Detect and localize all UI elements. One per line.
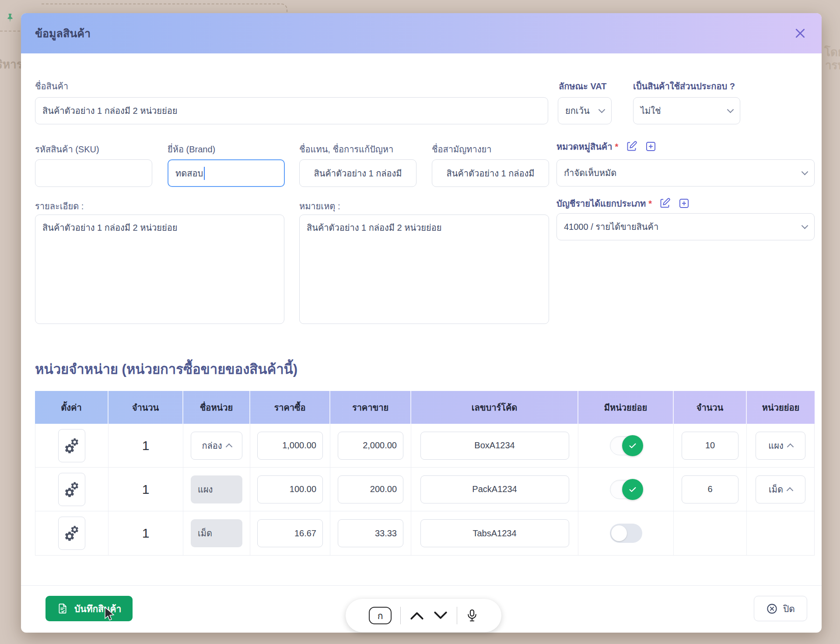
- pushpin-icon: [4, 12, 16, 24]
- is-component-label: เป็นสินค้าใช้ส่วนประกอบ ?: [633, 79, 735, 93]
- backdrop-dashed-border: [0, 31, 20, 32]
- has-subunit-toggle[interactable]: [610, 524, 642, 543]
- table-row: 1 แผง 100.00 200.00 PackA1234 6 เม็ด: [35, 468, 814, 511]
- col-header-qty: จำนวน: [108, 391, 183, 424]
- generic-name-label: ชื่อสามัญทางยา: [432, 142, 491, 156]
- backdrop-text-fragment: ริหาร: [0, 55, 23, 73]
- chevron-up-icon: [410, 610, 424, 621]
- col-header-barcode: เลขบาร์โค้ด: [411, 391, 578, 424]
- backdrop-text-fragment: ารห: [825, 56, 840, 74]
- row-settings-button[interactable]: [58, 517, 85, 550]
- unit-qty: 1: [142, 526, 150, 541]
- buy-price-input[interactable]: 100.00: [257, 475, 323, 503]
- category-label: หมวดหมู่สินค้า*: [556, 140, 618, 154]
- col-header-has-subunit: มีหน่วยย่อย: [578, 391, 674, 424]
- income-account-select[interactable]: 41000 / รายได้ขายสินค้า: [556, 213, 815, 240]
- add-category-icon[interactable]: [644, 141, 657, 153]
- ime-bar: ก: [346, 599, 501, 632]
- close-icon[interactable]: [794, 27, 807, 40]
- col-header-unit-name: ชื่อหน่วย: [183, 391, 250, 424]
- note-textarea[interactable]: สินค้าตัวอย่าง 1 กล่องมี 2 หน่วยย่อย: [299, 215, 549, 324]
- col-header-buy-price: ราคาซื้อ: [250, 391, 330, 424]
- vat-type-select[interactable]: ยกเว้น: [558, 97, 612, 124]
- gears-icon: [64, 524, 80, 542]
- col-header-subqty: จำนวน: [674, 391, 747, 424]
- brand-label: ยี่ห้อ (Brand): [168, 142, 215, 156]
- gears-icon: [64, 437, 80, 454]
- has-subunit-toggle[interactable]: [610, 480, 642, 499]
- barcode-input[interactable]: TabsA1234: [420, 519, 569, 547]
- buy-price-input[interactable]: 1,000.00: [257, 432, 323, 460]
- sell-price-input[interactable]: 200.00: [338, 475, 403, 503]
- generic-name-input[interactable]: สินค้าตัวอย่าง 1 กล่องมี: [432, 159, 549, 187]
- ime-language-key[interactable]: ก: [369, 607, 392, 624]
- chevron-down-icon: [727, 106, 734, 113]
- product-name-label: ชื่อสินค้า: [35, 79, 68, 93]
- sell-price-input[interactable]: 33.33: [338, 519, 403, 547]
- sku-input[interactable]: [35, 159, 152, 187]
- sell-price-input[interactable]: 2,000.00: [338, 432, 403, 460]
- check-icon: [628, 441, 637, 450]
- category-select[interactable]: กำจัดเห็บหมัด: [556, 159, 815, 187]
- circle-x-icon: [766, 603, 778, 615]
- subunit-qty-input[interactable]: 6: [682, 475, 738, 503]
- unit-name-select[interactable]: กล่อง: [191, 432, 242, 460]
- barcode-input[interactable]: PackA1234: [420, 475, 569, 503]
- description-value: สินค้าตัวอย่าง 1 กล่องมี 2 หน่วยย่อย: [42, 223, 178, 232]
- modal-title: ข้อมูลสินค้า: [35, 13, 91, 53]
- unit-qty: 1: [142, 438, 150, 453]
- barcode-input[interactable]: BoxA1234: [420, 432, 569, 460]
- subunit-value: เม็ด: [769, 482, 783, 496]
- ime-up-button[interactable]: [410, 610, 424, 621]
- is-component-select[interactable]: ไม่ใช่: [633, 97, 740, 124]
- row-settings-button[interactable]: [58, 429, 85, 462]
- chevron-down-icon: [802, 222, 808, 229]
- chevron-up-icon: [225, 443, 232, 450]
- save-product-button[interactable]: บันทึกสินค้า: [46, 596, 133, 621]
- buy-price-input[interactable]: 16.67: [257, 519, 323, 547]
- chevron-up-icon: [787, 487, 794, 494]
- subunit-select[interactable]: เม็ด: [756, 475, 805, 503]
- alias-value: สินค้าตัวอย่าง 1 กล่องมี: [314, 166, 402, 180]
- generic-name-value: สินค้าตัวอย่าง 1 กล่องมี: [447, 166, 535, 180]
- brand-value: ทดสอบ: [175, 166, 203, 180]
- product-info-modal: ข้อมูลสินค้า ชื่อสินค้า สินค้าตัวอย่าง 1…: [21, 13, 822, 633]
- units-table: ตั้งค่า จำนวน ชื่อหน่วย ราคาซื้อ ราคาขาย…: [35, 391, 815, 556]
- edit-income-account-icon[interactable]: [659, 197, 671, 210]
- description-label: รายละเอียด :: [35, 199, 84, 213]
- alias-input[interactable]: สินค้าตัวอย่าง 1 กล่องมี: [299, 159, 416, 187]
- toggle-knob: [611, 525, 627, 541]
- alias-label: ชื่อแทน, ชื่อการแก้ปัญหา: [299, 142, 393, 156]
- description-textarea[interactable]: สินค้าตัวอย่าง 1 กล่องมี 2 หน่วยย่อย: [35, 215, 284, 324]
- brand-input[interactable]: ทดสอบ: [168, 159, 285, 187]
- subunit-qty-input[interactable]: 10: [682, 432, 738, 460]
- ime-mic-button[interactable]: [466, 609, 478, 623]
- vat-type-value: ยกเว้น: [565, 104, 590, 118]
- col-header-subunit: หน่วยย่อย: [747, 391, 815, 424]
- subunit-select[interactable]: แผง: [756, 432, 805, 460]
- table-row: 1 กล่อง 1,000.00 2,000.00 BoxA1234: [35, 424, 814, 468]
- unit-name-disabled: แผง: [191, 475, 242, 503]
- chevron-down-icon: [598, 106, 606, 113]
- divider: [457, 607, 457, 624]
- add-income-account-icon[interactable]: [678, 197, 690, 210]
- check-icon: [628, 485, 637, 494]
- units-section-heading: หน่วยจำหน่าย (หน่วยการซื้อขายของสินค้านี…: [35, 358, 298, 380]
- row-settings-button[interactable]: [58, 473, 85, 506]
- chevron-up-icon: [787, 443, 794, 450]
- product-name-input[interactable]: สินค้าตัวอย่าง 1 กล่องมี 2 หน่วยย่อย: [35, 97, 548, 124]
- note-value: สินค้าตัวอย่าง 1 กล่องมี 2 หน่วยย่อย: [307, 223, 442, 232]
- save-button-label: บันทึกสินค้า: [74, 602, 121, 616]
- close-button-label: ปิด: [783, 602, 795, 616]
- ime-down-button[interactable]: [433, 610, 448, 621]
- text-cursor: [204, 167, 205, 180]
- col-header-sell-price: ราคาขาย: [330, 391, 411, 424]
- unit-name-value: กล่อง: [202, 439, 222, 453]
- vat-type-label: ลักษณะ VAT: [559, 79, 606, 93]
- close-modal-button[interactable]: ปิด: [754, 596, 807, 621]
- has-subunit-toggle[interactable]: [610, 436, 642, 455]
- document-check-icon: [57, 603, 68, 614]
- income-account-value: 41000 / รายได้ขายสินค้า: [564, 220, 658, 234]
- table-row: 1 เม็ด 16.67 33.33 TabsA1234: [35, 511, 814, 555]
- edit-category-icon[interactable]: [625, 141, 637, 153]
